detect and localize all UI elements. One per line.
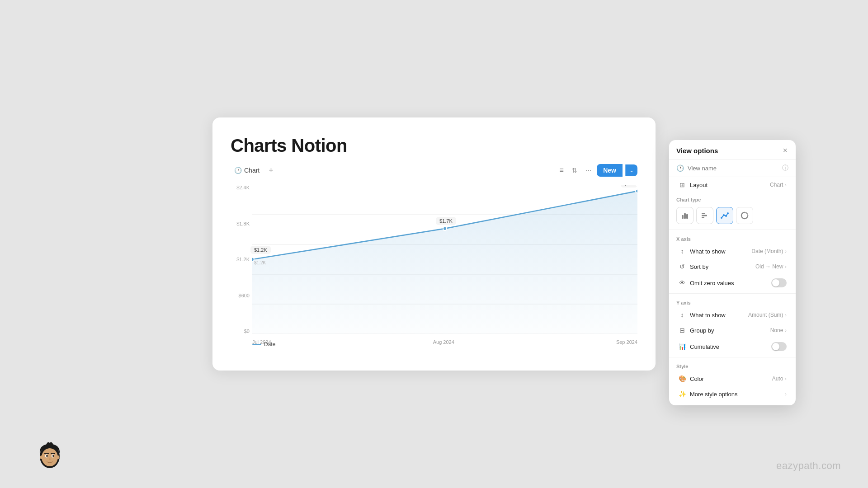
y-axis-labels: $2.4K $1.8K $1.2K $600 $0 — [231, 185, 252, 334]
svg-point-14 — [725, 215, 727, 217]
svg-rect-11 — [702, 217, 704, 218]
chart-area-fill — [252, 191, 637, 334]
svg-rect-10 — [702, 215, 707, 216]
chart-area: $2.4K $1.8K $1.2K $600 $0 — [231, 185, 637, 347]
more-style-chevron-icon: › — [785, 391, 787, 397]
chart-type-donut-button[interactable] — [736, 207, 753, 224]
chart-type-line-button[interactable] — [716, 207, 733, 224]
omit-zero-toggle[interactable] — [771, 278, 787, 287]
layout-chevron-icon: › — [785, 182, 787, 188]
sort-button[interactable]: ⇅ — [569, 165, 580, 176]
y-label-2400: $2.4K — [236, 185, 250, 190]
y-label-0: $0 — [244, 328, 250, 334]
chart-legend: Date — [252, 341, 275, 347]
divider-3 — [669, 357, 796, 357]
divider-1 — [669, 230, 796, 230]
new-button[interactable]: New — [597, 164, 623, 177]
avatar-svg — [34, 439, 65, 470]
x-sort-by-right: Old → New › — [755, 263, 787, 270]
svg-point-15 — [727, 212, 729, 214]
x-what-to-show-value: Date (Month) — [751, 248, 783, 254]
data-point-sep — [636, 189, 637, 193]
chart-type-row — [669, 204, 796, 228]
y-what-to-show-left: ↕ What to show — [678, 311, 726, 319]
svg-point-22 — [52, 455, 54, 457]
toolbar: 🕐 Chart + ≡ ⇅ ··· New ⌄ — [231, 164, 637, 177]
y-what-chevron-icon: › — [785, 312, 787, 318]
layout-icon: ⊞ — [678, 181, 686, 188]
filter-button[interactable]: ≡ — [557, 164, 566, 176]
y-group-icon: ⊟ — [678, 327, 686, 334]
legend-line-icon — [252, 344, 261, 345]
page-title: Charts Notion — [231, 136, 637, 156]
y-group-by-left: ⊟ Group by — [678, 327, 714, 334]
more-style-icon: ✨ — [678, 390, 686, 398]
toolbar-left: 🕐 Chart + — [231, 165, 553, 176]
chart-tab-label: Chart — [244, 167, 259, 174]
cumulative-toggle[interactable] — [771, 342, 787, 351]
y-label-600: $600 — [239, 293, 250, 298]
chart-inner: $1.2K $1.2K $1.7K $2.3 — [252, 185, 637, 334]
data-point-aug — [443, 227, 447, 231]
y-label-1800: $1.8K — [236, 221, 250, 226]
x-label-aug: Aug 2024 — [433, 339, 454, 345]
y-cumulative-row[interactable]: 📊 Cumulative — [671, 338, 794, 355]
x-sort-by-left: ↺ Sort by — [678, 263, 708, 270]
style-section-title: Style — [669, 359, 796, 371]
layout-row-right: Chart › — [770, 182, 787, 188]
x-what-icon: ↕ — [678, 248, 686, 255]
panel-header: View options × — [669, 140, 796, 160]
view-options-panel: View options × 🕐 ⓘ ⊞ Layout Chart › — [669, 140, 796, 405]
chart-clock-icon: 🕐 — [234, 167, 242, 174]
y-axis-section-title: Y axis — [669, 296, 796, 307]
bar-chart-icon — [681, 211, 689, 220]
y-group-by-value: None — [770, 327, 783, 333]
y-what-to-show-right: Amount (Sum) › — [748, 312, 787, 318]
more-style-label: More style options — [690, 391, 738, 398]
layout-row-left: ⊞ Layout — [678, 181, 708, 188]
new-button-chevron[interactable]: ⌄ — [625, 164, 637, 176]
x-sort-by-label: Sort by — [690, 263, 708, 270]
toolbar-right: ≡ ⇅ ··· New ⌄ — [557, 164, 637, 177]
divider-2 — [669, 293, 796, 294]
chart-type-bar-button[interactable] — [676, 207, 693, 224]
svg-point-12 — [721, 217, 722, 219]
x-sort-by-value: Old → New — [755, 263, 783, 270]
panel-close-button[interactable]: × — [782, 146, 788, 155]
y-label-1200: $1.2K — [236, 257, 250, 262]
x-omit-zero-label: Omit zero values — [690, 280, 734, 286]
watermark: eazypath.com — [776, 460, 841, 472]
view-name-row: 🕐 ⓘ — [669, 160, 796, 177]
y-cumulative-left: 📊 Cumulative — [678, 343, 719, 350]
y-what-to-show-value: Amount (Sum) — [748, 312, 783, 318]
view-name-input[interactable] — [688, 165, 778, 172]
y-cumulative-icon: 📊 — [678, 343, 686, 350]
y-group-by-row[interactable]: ⊟ Group by None › — [671, 323, 794, 338]
x-what-to-show-row[interactable]: ↕ What to show Date (Month) › — [671, 244, 794, 259]
view-name-clock-icon: 🕐 — [676, 164, 684, 172]
add-view-button[interactable]: + — [266, 165, 276, 176]
svg-rect-8 — [686, 214, 688, 219]
y-group-chevron-icon: › — [785, 328, 787, 333]
more-button[interactable]: ··· — [583, 164, 594, 176]
x-omit-zero-row[interactable]: 👁 Omit zero values — [671, 274, 794, 291]
donut-chart-icon — [741, 211, 749, 220]
layout-label: Layout — [690, 182, 708, 188]
svg-point-23 — [49, 459, 51, 460]
x-sort-by-row[interactable]: ↺ Sort by Old → New › — [671, 259, 794, 274]
hbar-chart-icon — [701, 211, 709, 220]
x-omit-zero-left: 👁 Omit zero values — [678, 279, 734, 286]
main-card: Charts Notion 🕐 Chart + ≡ ⇅ ··· New ⌄ — [212, 117, 656, 371]
chart-type-hbar-button[interactable] — [696, 207, 713, 224]
y-what-icon: ↕ — [678, 311, 686, 319]
legend-label: Date — [264, 341, 275, 347]
y-what-to-show-row[interactable]: ↕ What to show Amount (Sum) › — [671, 307, 794, 323]
x-what-to-show-left: ↕ What to show — [678, 248, 726, 255]
color-value: Auto — [772, 375, 783, 382]
layout-row[interactable]: ⊞ Layout Chart › — [671, 177, 794, 192]
color-icon: 🎨 — [678, 375, 686, 382]
chart-tab[interactable]: 🕐 Chart — [231, 165, 263, 176]
more-style-row[interactable]: ✨ More style options › — [671, 386, 794, 402]
color-row[interactable]: 🎨 Color Auto › — [671, 371, 794, 386]
svg-point-25 — [57, 455, 60, 459]
